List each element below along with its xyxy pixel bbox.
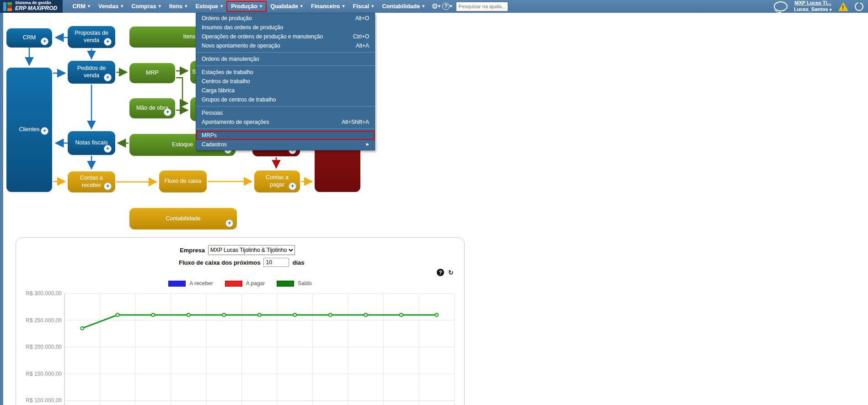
menu-shortcut: Alt+A: [356, 41, 369, 50]
flow-node-notas-fiscais[interactable]: Notas fiscais+: [68, 131, 115, 155]
chevron-down-icon: ▼: [371, 5, 374, 8]
menu-item-ordens-de-produ-o[interactable]: Ordens de produçãoAlt+O: [196, 14, 375, 23]
menu-item-carga-f-brica[interactable]: Carga fábrica: [196, 86, 375, 95]
nav-item-fiscal[interactable]: Fiscal▼: [349, 1, 378, 11]
flow-node-mao-de-obra[interactable]: Mão de obra+: [129, 98, 175, 118]
menu-shortcut: Alt+O: [355, 14, 369, 23]
nav-item-estoque[interactable]: Estoque▼: [191, 1, 227, 11]
flow-node-pedidos-venda[interactable]: Pedidos de venda+: [68, 61, 115, 84]
chevron-down-icon: ▼: [260, 5, 262, 8]
help-icon[interactable]: ?: [442, 3, 450, 10]
cashflow-panel: Empresa MXP Lucas Tijolinho & Tijolinho …: [16, 237, 465, 405]
nav-item-produção[interactable]: Produção▼: [227, 1, 266, 11]
add-icon-notas-fiscais[interactable]: +: [104, 145, 112, 153]
nav-item-itens[interactable]: Itens▼: [165, 1, 192, 11]
flow-node-contabilidade[interactable]: Contabilidade+: [129, 208, 237, 229]
chevron-down-icon: ▼: [185, 5, 187, 8]
chevron-down-icon: ▼: [422, 5, 424, 8]
add-icon-propostas-venda[interactable]: +: [104, 38, 112, 46]
chevron-down-icon: ▼: [121, 5, 123, 8]
user-caret-icon[interactable]: ▼: [830, 8, 832, 12]
producao-dropdown-menu: Ordens de produçãoAlt+OInsumos das orden…: [196, 13, 375, 150]
menu-shortcut: Alt+Shift+A: [342, 117, 369, 127]
add-icon-clientes[interactable]: +: [41, 127, 48, 135]
add-icon-contas-a-receber[interactable]: +: [104, 182, 112, 190]
help-caret-icon[interactable]: ▼: [450, 5, 452, 8]
flow-node-fluxo-de-caixa[interactable]: Fluxo de caixa: [159, 171, 207, 192]
logo-title: ERP MAXIPROD: [15, 5, 57, 11]
company-link[interactable]: MXP Lucas Ti...: [794, 0, 832, 6]
menu-shortcut: Ctrl+O: [353, 32, 369, 41]
warning-icon[interactable]: [838, 2, 848, 11]
gear-icon[interactable]: ⚙: [431, 3, 438, 10]
menu-item-mrps[interactable]: MRPs: [196, 131, 375, 140]
menu-separator: [196, 106, 375, 107]
menu-item-opera-es-de-ordens-de-produ-o-e-manuten-o[interactable]: Operações de ordens de produção e manute…: [196, 32, 375, 41]
chevron-down-icon: ▼: [158, 5, 161, 8]
flow-node-crm[interactable]: CRM+: [6, 28, 52, 48]
menu-separator: [196, 128, 375, 129]
menu-item-centros-de-trabalho[interactable]: Centros de trabalho: [196, 77, 375, 86]
flow-node-contas-a-receber[interactable]: Contas a receber+: [68, 171, 115, 192]
help-search-input[interactable]: [456, 2, 508, 11]
logout-power-icon[interactable]: [855, 2, 863, 11]
add-icon-contabilidade[interactable]: +: [225, 219, 233, 227]
menu-item-apontamento-de-opera-es[interactable]: Apontamento de operaçõesAlt+Shift+A: [196, 117, 375, 127]
menu-item-pessoas[interactable]: Pessoas: [196, 108, 375, 117]
cashflow-chart: [16, 238, 464, 405]
menu-separator: [196, 65, 375, 66]
nav-item-qualidade[interactable]: Qualidade▼: [266, 1, 307, 11]
flow-node-propostas-venda[interactable]: Propostas de venda+: [68, 26, 115, 48]
flow-node-contas-a-pagar[interactable]: Contas a pagar+: [254, 171, 300, 192]
menu-item-ordens-de-manuten-o[interactable]: Ordens de manutenção: [196, 54, 375, 64]
top-navbar: Sistema de gestão ERP MAXIPROD CRM▼Venda…: [0, 0, 868, 13]
flow-node-mrp[interactable]: MRP: [129, 63, 175, 83]
left-border-strip: [0, 13, 3, 405]
chevron-down-icon: ▼: [342, 5, 344, 8]
chevron-down-icon: ▼: [300, 5, 303, 8]
menu-item-cadastros[interactable]: Cadastros▶: [196, 140, 375, 149]
add-icon-pedidos-venda[interactable]: +: [104, 74, 112, 81]
nav-item-crm[interactable]: CRM▼: [68, 1, 94, 11]
chat-bubble-icon[interactable]: [774, 1, 788, 11]
menu-separator: [196, 52, 375, 53]
add-icon-contas-a-pagar[interactable]: +: [289, 182, 296, 190]
username[interactable]: Lucas_Santos ▼: [794, 6, 832, 13]
add-icon-crm[interactable]: +: [41, 37, 48, 45]
main-menu-bar: CRM▼Vendas▼Compras▼Itens▼Estoque▼Produçã…: [68, 1, 429, 11]
nav-item-compras[interactable]: Compras▼: [127, 1, 165, 11]
add-icon-mao-de-obra[interactable]: +: [164, 108, 171, 116]
nav-item-contabilidade[interactable]: Contabilidade▼: [378, 1, 429, 11]
submenu-arrow-icon: ▶: [366, 140, 369, 149]
chevron-down-icon: ▼: [220, 5, 223, 8]
menu-item-esta-es-de-trabalho[interactable]: Estações de trabalho: [196, 68, 375, 77]
maxiprod-logo-icon: [3, 2, 12, 11]
nav-item-vendas[interactable]: Vendas▼: [94, 1, 127, 11]
chevron-down-icon: ▼: [88, 5, 90, 8]
menu-item-novo-apontamento-de-opera-o[interactable]: Novo apontamento de operaçãoAlt+A: [196, 41, 375, 50]
menu-item-insumos-das-ordens-de-produ-o[interactable]: Insumos das ordens de produção: [196, 23, 375, 32]
flow-node-clientes[interactable]: Clientes+: [6, 68, 52, 192]
gear-caret-icon[interactable]: ▼: [438, 5, 440, 8]
app-logo[interactable]: Sistema de gestão ERP MAXIPROD: [0, 0, 63, 13]
nav-item-financeiro[interactable]: Financeiro▼: [307, 1, 349, 11]
menu-item-grupos-de-centros-de-trabalho[interactable]: Grupos de centros de trabalho: [196, 95, 375, 104]
